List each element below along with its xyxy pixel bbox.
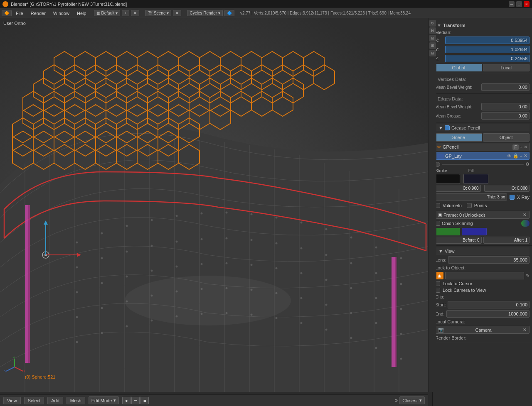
- maximize-button[interactable]: □: [516, 1, 522, 7]
- global-button[interactable]: Global: [435, 64, 482, 71]
- snap-dropdown[interactable]: Closest ▾: [399, 396, 425, 404]
- mean-crease-row[interactable]: Mean Crease: 0.00: [435, 111, 530, 120]
- svg-point-1: [76, 242, 78, 244]
- lock-object-picker[interactable]: ✎: [526, 273, 530, 279]
- thickness-value[interactable]: Thic: 3 px: [435, 193, 507, 201]
- clip-end-value[interactable]: 1000.000: [446, 310, 530, 318]
- vertex-mode-button[interactable]: ●: [122, 397, 131, 404]
- svg-point-21: [226, 237, 228, 240]
- axes-indicator: X Z Y: [4, 357, 25, 377]
- local-camera-label: Local Camera:: [435, 318, 530, 325]
- gpencil-remove-button[interactable]: ✕: [524, 144, 527, 150]
- mean-crease-value[interactable]: 0.00: [481, 112, 530, 120]
- lens-value[interactable]: 35.000: [448, 256, 530, 264]
- svg-point-66: [300, 322, 303, 324]
- volumetric-points-row: Volumetri Points: [435, 201, 530, 210]
- frame-row[interactable]: ▣ Frame: 0 (Unlocked) ✕: [435, 211, 530, 219]
- toolbar-icon-3: ⊡: [429, 35, 436, 42]
- edge-mean-bevel-value[interactable]: 0.00: [481, 103, 530, 110]
- y-value[interactable]: 1.02884: [445, 46, 530, 53]
- lens-row[interactable]: Lens: 35.000: [435, 255, 530, 264]
- gpencil-add-button[interactable]: +: [520, 144, 522, 149]
- gp-layer-visibility-button[interactable]: 👁: [507, 154, 512, 159]
- scene-object-toggle: Scene Object: [435, 133, 530, 142]
- viewport-3d[interactable]: User Ortho: [0, 18, 428, 392]
- camera-button[interactable]: 📷 Camera ✕: [435, 326, 530, 334]
- x-value[interactable]: 0.53954: [445, 37, 530, 44]
- svg-point-19: [176, 241, 178, 243]
- object-button[interactable]: Object: [483, 133, 530, 142]
- xray-checkbox[interactable]: [510, 195, 515, 200]
- layout-close-button[interactable]: ✕: [131, 10, 139, 16]
- camera-close-button[interactable]: ✕: [523, 327, 527, 333]
- svg-point-31: [126, 276, 128, 278]
- layout-dropdown[interactable]: ▦ Default ▾: [94, 10, 121, 16]
- menu-render[interactable]: Render: [27, 10, 49, 17]
- layout-add-button[interactable]: +: [122, 10, 129, 16]
- clip-end-row[interactable]: End: 1000.000: [435, 309, 530, 318]
- toolbar-icon-1: ⟳: [429, 20, 436, 27]
- gp-layer-remove-button[interactable]: ✕: [524, 153, 527, 159]
- lock-object-row[interactable]: ◉ ✎: [435, 272, 530, 279]
- onion-before-color[interactable]: [435, 228, 460, 235]
- gp-layer-lock-button[interactable]: 🔒: [513, 153, 519, 159]
- onion-toggle[interactable]: [521, 220, 530, 227]
- svg-point-24: [300, 247, 303, 249]
- stroke-opacity-value[interactable]: O: 0.900: [435, 185, 481, 192]
- minimize-button[interactable]: ─: [509, 1, 515, 7]
- view-menu-button[interactable]: View: [3, 397, 21, 404]
- mean-bevel-weight-row[interactable]: Mean Bevel Weight: 0.00: [435, 83, 530, 92]
- local-button[interactable]: Local: [483, 64, 530, 71]
- svg-point-28: [400, 283, 402, 285]
- menu-window[interactable]: Window: [50, 10, 73, 17]
- svg-point-25: [325, 254, 328, 256]
- face-mode-button[interactable]: ■: [140, 397, 149, 404]
- x-coord-row[interactable]: X: 0.53954: [435, 36, 530, 45]
- scene-dropdown[interactable]: 🎬 Scene ▾: [145, 10, 171, 16]
- onion-after-color[interactable]: [462, 228, 487, 235]
- fill-opacity-value[interactable]: O: 0.000: [484, 185, 530, 192]
- svg-point-22: [251, 239, 253, 241]
- add-menu-button[interactable]: Add: [47, 397, 63, 404]
- svg-point-7: [226, 212, 228, 214]
- gpencil-datablock[interactable]: ✏ GPencil F + ✕: [435, 143, 530, 151]
- clip-start-row[interactable]: Start: 0.100: [435, 300, 530, 309]
- svg-point-6: [201, 213, 203, 215]
- edge-mode-button[interactable]: ━: [131, 397, 140, 404]
- frame-close-button[interactable]: ✕: [523, 212, 527, 218]
- edit-mode-dropdown[interactable]: Edit Mode ▾: [89, 396, 119, 404]
- y-coord-row[interactable]: Y: 1.02884: [435, 45, 530, 54]
- title-bar: Blender* [G:\STORY\1 Pyrofoiler NEW 3Tur…: [0, 0, 532, 8]
- mean-bevel-value[interactable]: 0.00: [481, 83, 530, 91]
- clip-start-value[interactable]: 0.100: [448, 301, 530, 308]
- z-coord-row[interactable]: Z: 0.24558: [435, 54, 530, 63]
- stroke-color-swatch[interactable]: [435, 174, 460, 184]
- render-icon-btn[interactable]: 🔷: [224, 10, 234, 16]
- view-header: ▼ View: [435, 247, 530, 255]
- camera-icon: 📷: [438, 327, 444, 333]
- scene-close-button[interactable]: ✕: [173, 10, 181, 16]
- gp-layer-add-button[interactable]: +: [520, 154, 522, 159]
- gp-config-button[interactable]: ⚙: [525, 161, 530, 167]
- close-button[interactable]: ✕: [524, 1, 530, 7]
- blender-menu-icon[interactable]: 🔶: [2, 10, 12, 16]
- z-value[interactable]: 0.24558: [445, 55, 530, 62]
- fill-color-swatch[interactable]: [463, 174, 488, 184]
- mesh-menu-button[interactable]: Mesh: [66, 397, 85, 404]
- select-menu-button[interactable]: Select: [24, 397, 44, 404]
- svg-point-17: [126, 251, 128, 253]
- render-engine-dropdown[interactable]: Cycles Render ▾: [187, 10, 223, 16]
- menu-help[interactable]: Help: [74, 10, 90, 17]
- onion-before-value[interactable]: Before: 0: [435, 237, 482, 244]
- svg-point-36: [251, 264, 253, 266]
- gp-layer-row[interactable]: GP_Lay 👁 🔒 + ✕: [435, 152, 530, 160]
- menu-file[interactable]: File: [12, 10, 27, 17]
- scene-button[interactable]: Scene: [435, 133, 482, 142]
- grease-pencil-checkbox[interactable]: [445, 125, 450, 130]
- vertices-data-header: Vertices Data:: [435, 76, 530, 83]
- onion-after-value[interactable]: After: 1: [483, 237, 530, 244]
- points-checkbox[interactable]: [467, 203, 472, 208]
- edge-mean-bevel-row[interactable]: Mean Bevel Weight: 0.00: [435, 102, 530, 111]
- lock-object-field[interactable]: [445, 272, 524, 279]
- gp-layer-color: [437, 154, 444, 159]
